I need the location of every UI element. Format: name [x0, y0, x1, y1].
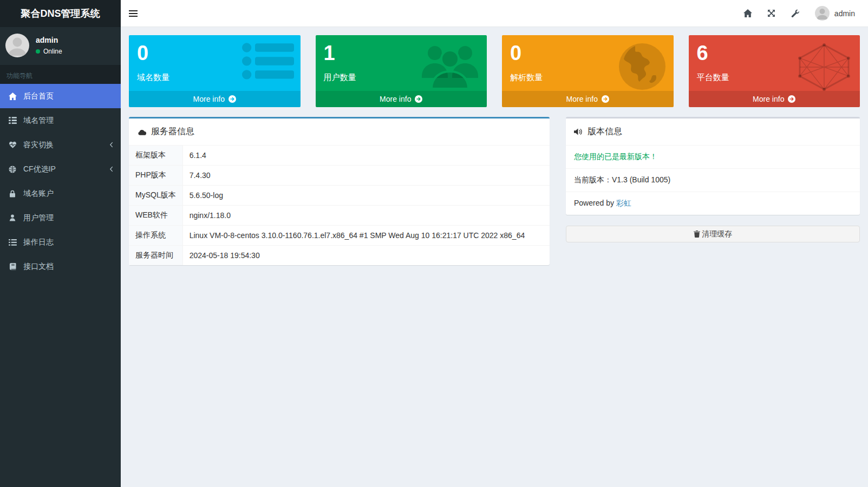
user-status: Online [36, 48, 62, 55]
navbar-username: admin [834, 9, 855, 18]
trash-icon [694, 231, 700, 238]
row-label: 服务器时间 [129, 246, 182, 266]
clear-cache-label: 清理缓存 [702, 229, 732, 239]
arrow-circle-right-icon [415, 95, 422, 103]
home-icon [743, 9, 752, 17]
powered-by-link[interactable]: 彩虹 [616, 199, 631, 207]
sidebar-item-failover[interactable]: 容灾切换 [0, 133, 121, 157]
stat-body: 0 解析数量 [502, 35, 674, 91]
table-row: WEB软件 nginx/1.18.0 [129, 206, 550, 226]
user-icon [8, 214, 17, 221]
table-row: 服务器时间 2024-05-18 19:54:30 [129, 246, 550, 266]
more-info-label: More info [566, 95, 598, 103]
version-info-panel: 版本信息 您使用的已是最新版本！ 当前版本：V1.3 (Build 1005) … [566, 117, 860, 215]
row-value: 6.1.4 [182, 146, 550, 166]
th-list-icon [242, 42, 294, 82]
sidebar-toggle-button[interactable] [121, 0, 146, 27]
more-info-label: More info [380, 95, 411, 103]
sidebar-item-users[interactable]: 用户管理 [0, 206, 121, 230]
heartbeat-icon [8, 141, 17, 148]
top-bar: 聚合DNS管理系统 [0, 0, 868, 27]
version-list: 您使用的已是最新版本！ 当前版本：V1.3 (Build 1005) Power… [566, 146, 860, 215]
server-info-header: 服务器信息 [129, 119, 550, 146]
sidebar-menu: 后台首页 域名管理 容灾切换 CF优选IP [0, 84, 121, 279]
stats-row: 0 域名数量 More info 1 用户数量 More info [129, 35, 860, 107]
row-label: 操作系统 [129, 226, 182, 246]
stat-body: 1 用户数量 [316, 35, 487, 91]
stat-body: 0 域名数量 [129, 35, 301, 91]
globe-icon [617, 42, 667, 94]
network-icon [795, 42, 853, 95]
sidebar-item-logs[interactable]: 操作日志 [0, 230, 121, 254]
row-label: PHP版本 [129, 166, 182, 186]
volume-icon [574, 128, 583, 135]
fullscreen-icon [767, 9, 775, 17]
sidebar-item-label: 容灾切换 [23, 140, 54, 150]
chevron-left-icon [109, 142, 113, 148]
clear-cache-button[interactable]: 清理缓存 [566, 226, 860, 242]
lock-icon [8, 190, 17, 198]
arrow-circle-right-icon [602, 95, 609, 103]
list-icon [8, 239, 17, 246]
users-icon [420, 42, 480, 91]
cloud-icon [137, 129, 146, 135]
arrow-circle-right-icon [229, 95, 236, 103]
book-icon [8, 263, 17, 270]
globe-icon [8, 166, 17, 173]
app-logo: 聚合DNS管理系统 [0, 0, 121, 27]
row-value: nginx/1.18.0 [182, 206, 550, 226]
table-row: PHP版本 7.4.30 [129, 166, 550, 186]
sidebar-item-api-docs[interactable]: 接口文档 [0, 254, 121, 279]
row-value: 2024-05-18 19:54:30 [182, 246, 550, 266]
row-value: 7.4.30 [182, 166, 550, 186]
powered-by: Powered by 彩虹 [566, 192, 860, 215]
sidebar-item-dashboard[interactable]: 后台首页 [0, 84, 121, 108]
hamburger-icon [129, 10, 138, 17]
sidebar-section-header: 功能导航 [0, 65, 121, 84]
avatar [5, 34, 29, 57]
row-label: 框架版本 [129, 146, 182, 166]
user-status-label: Online [43, 48, 62, 55]
sidebar-item-label: 操作日志 [23, 238, 54, 247]
stat-box-records: 0 解析数量 More info [502, 35, 674, 107]
panel-title: 版本信息 [588, 126, 622, 137]
user-menu[interactable]: admin [807, 0, 858, 27]
server-info-panel: 服务器信息 框架版本 6.1.4 PHP版本 7.4.30 MySQL版本 5.… [129, 117, 550, 265]
wrench-icon [791, 9, 799, 17]
sidebar-item-accounts[interactable]: 域名账户 [0, 181, 121, 206]
sidebar-item-label: 用户管理 [23, 213, 54, 223]
sidebar-item-label: 域名账户 [23, 189, 54, 199]
more-info-link[interactable]: More info [316, 91, 487, 107]
version-info-header: 版本信息 [566, 119, 860, 146]
row-value: Linux VM-0-8-centos 3.10.0-1160.76.1.el7… [182, 226, 550, 246]
stat-box-platforms: 6 平台数量 More info [689, 35, 860, 107]
table-row: 操作系统 Linux VM-0-8-centos 3.10.0-1160.76.… [129, 226, 550, 246]
fullscreen-button[interactable] [760, 0, 784, 27]
more-info-label: More info [193, 95, 225, 103]
arrow-circle-right-icon [788, 95, 795, 103]
sidebar-item-label: 接口文档 [23, 262, 54, 272]
more-info-label: More info [753, 95, 784, 103]
avatar [815, 6, 830, 21]
stat-box-users: 1 用户数量 More info [316, 35, 487, 107]
row-value: 5.6.50-log [182, 186, 550, 206]
sidebar-item-domains[interactable]: 域名管理 [0, 108, 121, 133]
online-dot-icon [36, 49, 40, 54]
row-label: WEB软件 [129, 206, 182, 226]
latest-version-status: 您使用的已是最新版本！ [566, 146, 860, 169]
chevron-left-icon [109, 166, 113, 172]
settings-button[interactable] [784, 0, 807, 27]
sidebar: admin Online 功能导航 后台首页 域名管理 容灾切换 [0, 27, 121, 487]
sidebar-item-label: 后台首页 [23, 91, 54, 101]
sidebar-item-label: CF优选IP [23, 164, 56, 174]
panel-title: 服务器信息 [151, 126, 194, 137]
main-content: 0 域名数量 More info 1 用户数量 More info [121, 0, 868, 273]
sidebar-username: admin [36, 36, 62, 44]
server-info-table: 框架版本 6.1.4 PHP版本 7.4.30 MySQL版本 5.6.50-l… [129, 146, 550, 265]
more-info-link[interactable]: More info [129, 91, 301, 107]
row-label: MySQL版本 [129, 186, 182, 206]
navbar: admin [121, 0, 868, 27]
sidebar-item-cf-ip[interactable]: CF优选IP [0, 157, 121, 181]
powered-by-text: Powered by [574, 199, 616, 207]
home-button[interactable] [736, 0, 760, 27]
